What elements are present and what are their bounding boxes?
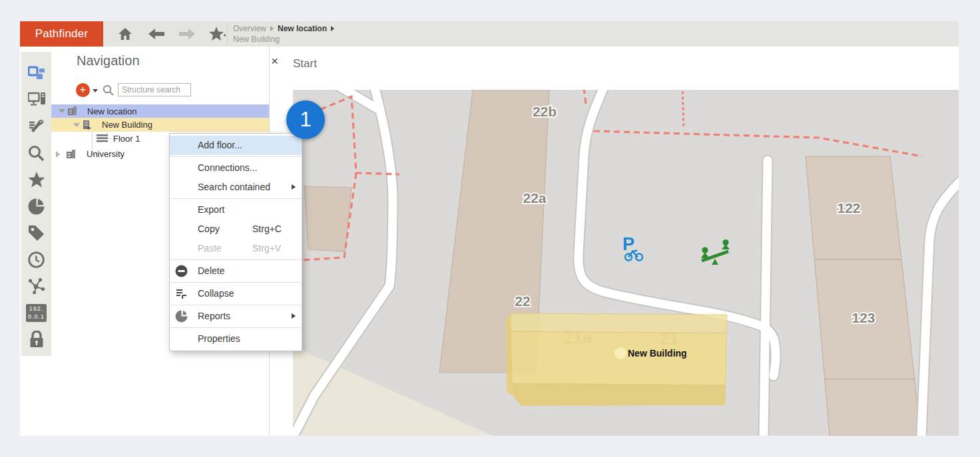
toolbar-divider bbox=[227, 23, 228, 45]
menu-item-collapse[interactable]: Collapse bbox=[170, 284, 302, 303]
sidebar-item-structure[interactable] bbox=[21, 60, 51, 86]
expander-down-icon[interactable] bbox=[73, 123, 80, 127]
breadcrumb-overview[interactable]: Overview bbox=[233, 24, 266, 34]
menu-separator bbox=[170, 259, 301, 260]
add-node-button[interactable]: + bbox=[76, 83, 90, 97]
submenu-arrow-icon bbox=[292, 313, 296, 319]
expander-right-icon[interactable] bbox=[56, 151, 60, 158]
breadcrumb: Overview New location New Building bbox=[233, 23, 334, 45]
menu-item-copy[interactable]: Copy Strg+C bbox=[170, 220, 302, 239]
clock-icon bbox=[28, 251, 45, 268]
chevron-down-icon[interactable] bbox=[93, 89, 98, 92]
menu-item-connections[interactable]: Connections... bbox=[170, 158, 302, 178]
structure-search-input[interactable] bbox=[118, 83, 191, 96]
left-icon-rail: 192. 0.0.1 bbox=[21, 52, 51, 356]
tree-item-new-location[interactable]: New location bbox=[51, 104, 269, 118]
map-building bbox=[304, 186, 352, 251]
menu-item-paste: Paste Strg+V bbox=[170, 239, 302, 258]
floor-icon bbox=[97, 134, 108, 143]
sidebar-item-tags[interactable] bbox=[21, 220, 51, 246]
menu-separator bbox=[170, 327, 301, 328]
add-favorite-button[interactable] bbox=[209, 26, 226, 42]
context-menu: Add floor... Connections... Search conta… bbox=[169, 133, 302, 351]
pie-chart-icon bbox=[28, 198, 45, 215]
sidebar-item-reports[interactable] bbox=[21, 193, 51, 220]
menu-separator bbox=[170, 156, 301, 157]
expander-down-icon[interactable] bbox=[59, 109, 65, 113]
search-icon bbox=[28, 145, 45, 162]
menu-separator bbox=[170, 305, 301, 305]
map-new-building-dot bbox=[614, 347, 626, 359]
menu-item-add-floor[interactable]: Add floor... bbox=[170, 136, 302, 155]
building-icon bbox=[82, 120, 92, 130]
tree-item-label: New location bbox=[87, 106, 136, 116]
menu-separator bbox=[170, 282, 301, 283]
tag-icon bbox=[28, 225, 45, 241]
panel-title: Navigation bbox=[77, 53, 140, 69]
network-icon bbox=[28, 278, 45, 294]
back-button[interactable] bbox=[148, 26, 165, 42]
map-label-22: 22 bbox=[515, 293, 530, 309]
menu-shortcut: Strg+V bbox=[252, 239, 281, 258]
tree-item-new-building[interactable]: New Building bbox=[51, 118, 269, 132]
pie-chart-icon bbox=[175, 310, 188, 323]
home-button[interactable] bbox=[117, 26, 134, 42]
top-toolbar: Pathfinder bbox=[20, 21, 959, 47]
tools-icon bbox=[28, 118, 45, 134]
menu-separator bbox=[170, 198, 301, 199]
menu-item-properties[interactable]: Properties bbox=[170, 329, 302, 349]
menu-item-search-contained[interactable]: Search contained bbox=[170, 178, 302, 197]
map-label-22a: 22a bbox=[523, 190, 546, 206]
forward-arrow-icon bbox=[179, 29, 195, 39]
star-icon bbox=[28, 172, 45, 188]
breadcrumb-arrow-icon bbox=[331, 26, 334, 31]
breadcrumb-arrow-icon bbox=[270, 26, 274, 31]
app-body: 192. 0.0.1 Navigation × + bbox=[20, 47, 959, 436]
sidebar-item-history[interactable] bbox=[21, 246, 51, 273]
search-icon bbox=[103, 84, 115, 96]
pathfinder-app-window: Pathfinder bbox=[20, 21, 959, 436]
sidebar-item-network[interactable] bbox=[21, 273, 51, 299]
sidebar-item-tools[interactable] bbox=[21, 113, 51, 140]
breadcrumb-new-building[interactable]: New Building bbox=[233, 35, 280, 45]
map-label-122: 122 bbox=[837, 200, 860, 216]
structure-icon bbox=[28, 65, 45, 81]
location-icon bbox=[66, 149, 76, 159]
map-viewport[interactable]: 21a 21 New Building 22b 22a bbox=[293, 90, 959, 436]
map-label-123: 123 bbox=[852, 310, 875, 325]
menu-shortcut: Strg+C bbox=[252, 220, 282, 239]
star-plus-icon bbox=[209, 27, 226, 41]
step-annotation-badge: 1 bbox=[286, 100, 325, 139]
menu-item-reports[interactable]: Reports bbox=[170, 307, 302, 326]
page-title: Start bbox=[293, 57, 317, 71]
submenu-arrow-icon bbox=[292, 184, 296, 190]
tree-item-label: Floor 1 bbox=[113, 134, 140, 144]
map-canvas: 21a 21 New Building 22b 22a bbox=[293, 90, 959, 436]
page: Pathfinder bbox=[0, 0, 980, 457]
minus-circle-icon bbox=[175, 265, 188, 277]
home-icon bbox=[118, 27, 132, 41]
location-icon bbox=[67, 106, 77, 116]
map-label-new-building: New Building bbox=[628, 348, 687, 359]
back-arrow-icon bbox=[148, 29, 164, 39]
sidebar-item-devices[interactable] bbox=[21, 86, 51, 113]
tree-item-label: University bbox=[87, 149, 124, 159]
lock-icon bbox=[29, 331, 45, 348]
sidebar-item-favorites[interactable] bbox=[21, 166, 51, 193]
workstation-icon bbox=[28, 92, 45, 108]
menu-item-delete[interactable]: Delete bbox=[170, 261, 302, 281]
tree-item-label: New Building bbox=[102, 120, 152, 130]
forward-button[interactable] bbox=[178, 26, 196, 42]
ip-address-icon: 192. 0.0.1 bbox=[26, 304, 47, 322]
sidebar-item-ip-address[interactable]: 192. 0.0.1 bbox=[21, 299, 51, 326]
sidebar-item-security[interactable] bbox=[21, 326, 51, 353]
collapse-icon bbox=[175, 287, 188, 300]
sidebar-item-search[interactable] bbox=[21, 140, 51, 166]
close-panel-button[interactable]: × bbox=[271, 56, 278, 67]
map-new-building-3d[interactable] bbox=[506, 313, 727, 406]
breadcrumb-new-location[interactable]: New location bbox=[278, 24, 327, 34]
menu-item-export[interactable]: Export bbox=[170, 200, 302, 220]
app-logo: Pathfinder bbox=[20, 21, 103, 47]
map-label-22b: 22b bbox=[533, 104, 557, 119]
